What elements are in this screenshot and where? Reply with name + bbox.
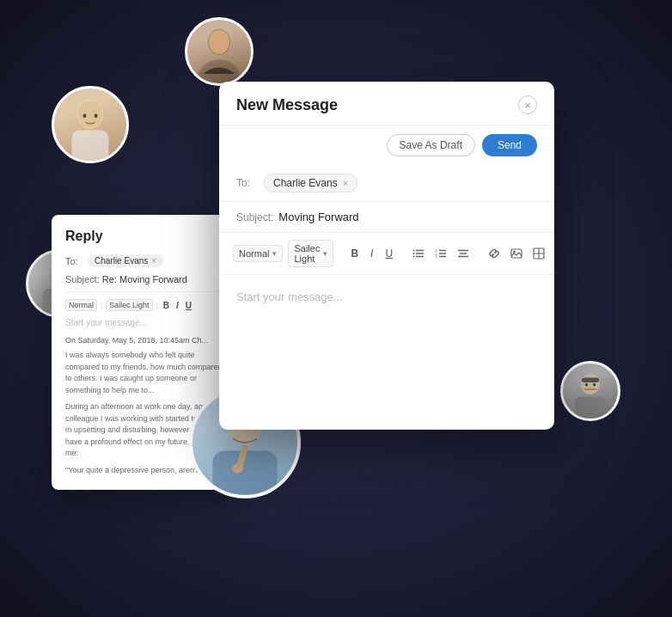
reply-body-placeholder: Start your message... xyxy=(65,318,227,327)
save-draft-button[interactable]: Save As Draft xyxy=(387,134,475,156)
compose-toolbar: Normal ▾ Sailec Light ▾ B I U 123 xyxy=(219,233,554,275)
font-select[interactable]: Sailec Light ▾ xyxy=(288,240,333,267)
italic-button[interactable]: I xyxy=(367,246,376,261)
compose-body[interactable]: Start your message... xyxy=(219,275,554,430)
svg-rect-4 xyxy=(72,131,109,161)
svg-rect-16 xyxy=(582,377,599,382)
compose-subject-value[interactable]: Moving Forward xyxy=(278,211,358,223)
align-button[interactable] xyxy=(455,246,472,261)
reply-chip-close[interactable]: × xyxy=(151,256,156,266)
svg-rect-19 xyxy=(584,388,597,390)
svg-point-43 xyxy=(513,251,516,254)
reply-quoted-header: On Saturday, May 5, 2018, 10:45am Ch... xyxy=(65,336,227,345)
avatar-1 xyxy=(185,17,254,86)
svg-point-2 xyxy=(209,30,229,54)
reply-format-select[interactable]: Normal xyxy=(65,299,97,311)
reply-toolbar: Normal | Sailec Light | B I U xyxy=(65,299,227,311)
send-button[interactable]: Send xyxy=(482,134,537,156)
underline-button[interactable]: U xyxy=(382,246,396,261)
reply-to-row: To: Charlie Evans × xyxy=(65,254,227,267)
reply-quoted-text-1: I was always somebody who felt quite com… xyxy=(65,350,227,396)
reply-bold-btn[interactable]: B xyxy=(162,300,171,311)
table-button[interactable] xyxy=(530,246,547,261)
svg-point-6 xyxy=(83,113,87,118)
svg-point-26 xyxy=(232,463,243,473)
avatar-4 xyxy=(560,361,620,421)
svg-rect-14 xyxy=(576,396,606,418)
svg-point-15 xyxy=(582,375,599,394)
svg-point-32 xyxy=(413,256,415,258)
compose-title: New Message xyxy=(236,96,338,114)
reply-title: Reply xyxy=(65,229,227,244)
compose-header: New Message × xyxy=(219,82,554,125)
reply-recipient-chip: Charlie Evans × xyxy=(88,254,163,267)
svg-point-31 xyxy=(413,253,415,254)
svg-point-17 xyxy=(585,383,588,387)
svg-point-18 xyxy=(593,383,596,387)
compose-subject-label: Subject: xyxy=(236,211,273,223)
compose-to-label: To: xyxy=(236,177,257,189)
compose-recipient-chip: Charlie Evans × xyxy=(264,174,357,192)
compose-body-placeholder: Start your message... xyxy=(236,290,343,303)
avatar-2 xyxy=(52,86,129,163)
compose-subject-field: Subject: Moving Forward xyxy=(219,202,554,233)
compose-card: New Message × Save As Draft Send To: Cha… xyxy=(219,82,554,430)
svg-text:3: 3 xyxy=(436,254,438,259)
format-select[interactable]: Normal ▾ xyxy=(233,245,283,262)
reply-italic-btn[interactable]: I xyxy=(174,300,180,311)
reply-underline-btn[interactable]: U xyxy=(184,300,193,311)
compose-to-field: To: Charlie Evans × xyxy=(219,165,554,202)
compose-actions: Save As Draft Send xyxy=(219,125,554,165)
bold-button[interactable]: B xyxy=(347,246,362,261)
link-button[interactable] xyxy=(486,246,503,261)
reply-subject-row: Subject: Re: Moving Forward xyxy=(65,274,227,292)
svg-point-7 xyxy=(95,113,98,118)
reply-to-label: To: xyxy=(65,256,82,266)
image-button[interactable] xyxy=(508,246,525,261)
reply-font-select[interactable]: Sailec Light xyxy=(106,299,153,311)
compose-close-button[interactable]: × xyxy=(518,95,537,114)
list-ordered-button[interactable]: 123 xyxy=(432,246,449,261)
compose-chip-close[interactable]: × xyxy=(343,178,348,188)
list-unordered-button[interactable] xyxy=(410,246,427,261)
svg-point-30 xyxy=(413,250,415,252)
